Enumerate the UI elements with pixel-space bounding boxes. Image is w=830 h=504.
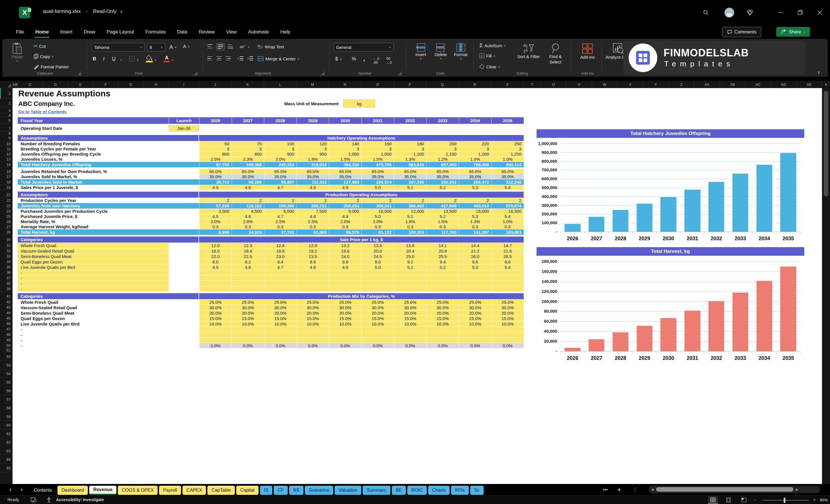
row-11-value-4[interactable]: 3 — [329, 147, 361, 151]
row-37-value-2[interactable] — [264, 276, 296, 281]
row-33-value-6[interactable]: 25.0 — [394, 254, 426, 259]
column-header-P[interactable]: P — [394, 81, 426, 88]
row-16-value-3[interactable]: 65.0% — [296, 169, 329, 174]
row-45-value-6[interactable]: 15.0% — [394, 316, 426, 321]
row-42-value-8[interactable]: 25.0% — [459, 300, 491, 305]
increase-decimal-button[interactable]: ←.0.00 — [373, 57, 379, 65]
row-13-value-3[interactable]: 1.8% — [296, 157, 329, 162]
row-header-46[interactable]: 46 — [0, 321, 12, 326]
row-50-value-3[interactable]: 0.0% — [296, 343, 329, 348]
row-12-value-4[interactable]: 1,000 — [329, 152, 361, 156]
sheet-tab-capex[interactable]: CAPEX — [183, 486, 206, 495]
row-header-54[interactable]: 54 — [0, 370, 12, 378]
row-header-7[interactable]: 7 — [0, 125, 12, 131]
row-10-value-5[interactable]: 160 — [361, 141, 394, 146]
row-42-value-7[interactable]: 25.0% — [426, 300, 459, 305]
row-16-value-4[interactable]: 65.0% — [329, 169, 361, 174]
row-22-value-8[interactable]: 2 — [459, 198, 491, 203]
row-25-value-6[interactable]: 5.1 — [394, 214, 426, 219]
row-22-value-9[interactable]: 2 — [491, 198, 524, 203]
menu-tab-help[interactable]: Help — [275, 25, 296, 39]
row-47-value-8[interactable] — [459, 327, 491, 332]
row-35-value-9[interactable]: 5.4 — [491, 264, 524, 270]
row-48-value-7[interactable] — [426, 332, 459, 337]
column-headers[interactable]: ABCDEFGHIJKLMNOPQRSTUVWXYZAAABACADAE — [0, 81, 822, 88]
row-39-value-6[interactable] — [394, 286, 426, 291]
row-37-value-7[interactable] — [426, 276, 459, 281]
number-format-select[interactable]: General ∨ — [333, 43, 393, 52]
row-35-value-1[interactable]: 4.6 — [232, 264, 264, 270]
row-header-23[interactable]: 23 — [0, 203, 12, 209]
decrease-indent-button[interactable] — [237, 56, 244, 61]
row-12-value-0[interactable]: 800 — [199, 152, 232, 156]
row-12-value-2[interactable]: 900 — [264, 152, 296, 156]
zoom-slider-thumb[interactable] — [784, 498, 786, 503]
row-37-value-1[interactable] — [232, 276, 264, 281]
chart-total-harvest[interactable]: Total Harvest, kg-20,00040,00060,00080,0… — [537, 247, 804, 365]
sheet-tab-summary[interactable]: Summary — [363, 486, 390, 495]
premium-diamond-icon[interactable] — [744, 6, 756, 19]
row-31-value-4[interactable]: 13.2 — [329, 243, 361, 248]
row-header-25[interactable]: 25 — [0, 214, 12, 219]
row-24-value-8[interactable]: 15,000 — [459, 209, 491, 214]
cut-button[interactable]: ✂ Cut — [34, 43, 46, 49]
row-19-value-1[interactable]: 4.6 — [232, 185, 264, 190]
font-name-select[interactable]: Tahoma ∨ — [92, 43, 145, 52]
row-35-value-7[interactable]: 5.2 — [426, 264, 459, 270]
paste-button[interactable]: Paste ∨ — [9, 42, 25, 69]
row-17-value-7[interactable]: 35.0% — [426, 174, 459, 179]
row-header-32[interactable]: 32 — [0, 248, 12, 253]
row-43-value-7[interactable]: 30.0% — [426, 305, 459, 310]
row-48-value-3[interactable] — [296, 332, 329, 337]
row-50-value-8[interactable]: 0.0% — [459, 343, 491, 348]
row-32-value-4[interactable]: 19.6 — [329, 248, 361, 253]
row-12-value-1[interactable]: 850 — [232, 152, 264, 156]
row-46-value-0[interactable]: 10.0% — [199, 321, 232, 326]
accessibility-icon[interactable] — [45, 497, 53, 503]
row-header-35[interactable]: 35 — [0, 264, 12, 270]
row-32-value-5[interactable]: 20.0 — [361, 248, 394, 253]
row-11-value-0[interactable]: 3 — [199, 147, 232, 151]
row-36-value-3[interactable] — [296, 270, 329, 275]
column-header-T[interactable]: T — [524, 81, 541, 88]
sheet-tab-revenue[interactable]: Revenue — [89, 486, 117, 495]
number-dialog-launcher[interactable] — [397, 71, 402, 75]
row-24-value-2[interactable]: 6,000 — [264, 209, 296, 214]
align-left-button[interactable] — [207, 56, 213, 61]
row-27-value-7[interactable]: 0.3 — [426, 224, 459, 229]
row-11-value-7[interactable]: 3 — [426, 147, 459, 151]
row-49-value-7[interactable] — [426, 338, 459, 343]
row-header-30[interactable]: 30 — [0, 237, 12, 243]
row-header-1[interactable]: 1 — [0, 88, 12, 99]
row-header-47[interactable]: 47 — [0, 327, 12, 332]
format-cells-button[interactable]: Format ∨ — [452, 43, 470, 60]
row-33-value-9[interactable]: 26.5 — [491, 254, 524, 259]
row-header-63[interactable]: 63 — [0, 447, 12, 455]
row-26-value-1[interactable]: 2.8% — [232, 219, 264, 224]
zoom-in-button[interactable]: + — [813, 497, 816, 502]
row-37-value-8[interactable] — [459, 276, 491, 281]
row-11-value-8[interactable]: 3 — [459, 147, 491, 151]
row-48-value-8[interactable] — [459, 332, 491, 337]
align-right-button[interactable] — [225, 56, 231, 61]
row-25-value-8[interactable]: 5.3 — [459, 214, 491, 219]
row-32-value-6[interactable]: 20.4 — [394, 248, 426, 253]
row-header-56[interactable]: 56 — [0, 387, 12, 395]
row-36-value-4[interactable] — [329, 270, 361, 275]
row-header-4[interactable]: 4 — [0, 114, 12, 117]
row-header-11[interactable]: 11 — [0, 147, 12, 151]
row-header-50[interactable]: 50 — [0, 343, 12, 348]
row-header-42[interactable]: 42 — [0, 300, 12, 305]
row-36-value-8[interactable] — [459, 270, 491, 275]
row-38-value-6[interactable] — [394, 281, 426, 286]
menu-tab-file[interactable]: File — [10, 25, 29, 39]
share-button[interactable]: Share ∨ — [776, 27, 810, 37]
row-24-value-4[interactable]: 9,000 — [329, 209, 361, 214]
row-49-value-9[interactable] — [491, 338, 524, 343]
column-header-K[interactable]: K — [232, 81, 264, 88]
chart-hatchery-offspring[interactable]: Total Hatchery Juveniles Offspring-100,0… — [537, 129, 804, 245]
column-header-O[interactable]: O — [361, 81, 394, 88]
row-header-51[interactable]: 51 — [0, 348, 12, 352]
row-38-value-2[interactable] — [264, 281, 296, 286]
row-header-64[interactable]: 64 — [0, 455, 12, 464]
